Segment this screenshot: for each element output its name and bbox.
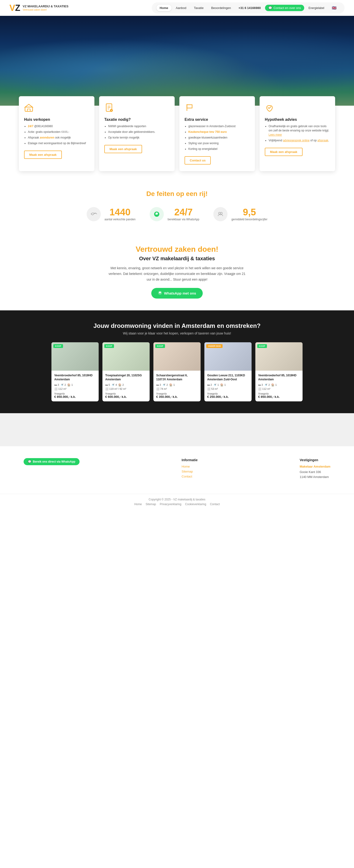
room-icon-1: 🏠 2 [118,383,123,386]
flag-icon [184,103,250,114]
property-img-0: KOOP [51,342,99,371]
nav-taxatie[interactable]: Taxatie [191,5,207,11]
card4-item-1: Vrijblijvend adviesgesprek online of op … [269,138,330,143]
card3-item-0: glazenwasser in Amsterdam-Zuidoost [188,124,250,128]
property-area-4: ⬜ 112 m² [258,388,300,391]
card1-title: Huis verkopen [24,118,89,122]
bed-icon-1: 🛏 5 [105,383,110,386]
footer-vestiging-address: Gooie Kant 336 [300,470,330,475]
property-icons-4: 🛏 3 🚿 2 🏠 1 [258,383,300,386]
property-icons-2: 🛏 3 🚿 2 🏠 1 [156,383,198,386]
property-area-2: ⬜ 74 m² [156,388,198,391]
badge-0: KOOP [54,344,63,348]
card3-title: Extra service [184,118,250,122]
property-title-2: Schaarsbergenstraat 6, 1107JV Amsterdam [156,373,198,381]
bath-icon-1: 🚿 4 [111,383,117,386]
whatsapp-btn-label: WhatsApp met ons [164,291,196,295]
footer-link-sitemap[interactable]: Sitemap [182,470,198,473]
card1-btn[interactable]: Maak een afspraak [24,151,62,159]
footer-bottom-cookie[interactable]: Cookieverklaring [185,502,206,506]
property-title-0: Veembroederhof 85, 1019HD Amsterdam [54,373,96,381]
room-icon-4: 🏠 1 [271,383,277,386]
footer-link-contact[interactable]: Contact [182,475,198,478]
card2-title: Taxatie nodig? [104,118,170,122]
whatsapp-btn-icon [158,291,162,296]
card1-item-1: Actie: gratis opstartkosten €695,- [28,130,89,134]
afspraak-link[interactable]: afspraak [317,139,328,142]
nav-aanbod[interactable]: Aanbod [173,5,190,11]
footer-copyright: Copyright © 2025 - VZ makelaardij & taxa… [24,498,330,501]
card2-list: NWWI gevalideerde rapporten Acceptatie d… [104,124,170,140]
card4-btn[interactable]: Maak een afspraak [265,148,303,156]
footer-whatsapp-btn[interactable]: 💬 Bereik ons direct via WhatsApp [24,458,79,465]
price-label-4: Vraagprijs [258,393,300,395]
room-icon-0: 🏠 1 [67,383,73,386]
over-section: Vertrouwd zaken doen! Over VZ makelaardi… [0,233,354,310]
footer-vestiging-name[interactable]: Makelaar Amsterdam [300,465,330,468]
over-subheading: Over VZ makelaardij & taxaties [47,255,307,262]
bath-icon-0: 🚿 2 [61,383,66,386]
card2-item-2: Op korte termijn mogelijk [108,135,170,140]
property-card-0: KOOP Veembroederhof 85, 1019HD Amsterdam… [51,342,99,401]
badge-4: KOOP [257,344,267,348]
feiten-section: De feiten op een rij! 1440 aantal verkoc… [0,176,354,233]
property-icons-0: 🛏 3 🚿 2 🏠 1 [54,383,96,386]
stat-verkochte-panden: 1440 aantal verkochte panden [86,207,136,221]
property-title-1: Troepiaalsingel 20, 1102SG Amsterdam [105,373,147,381]
footer-informatie-title: Informatie [182,458,198,462]
svg-point-12 [220,212,222,214]
over-text: Met kennis, ervaring, groot netwerk en v… [106,266,248,282]
price-label-1: Vraagprijs [105,393,147,395]
card-extra-service: Extra service glazenwasser in Amsterdam-… [179,96,255,171]
footer-bottom-home[interactable]: Home [134,502,142,506]
adviesgesprek-link[interactable]: adviesgesprek online [283,139,310,142]
droomwoning-subtitle: Wij staan voor je klaar voor het kopen, … [9,332,345,335]
over-headline: Vertrouwd zaken doen! [47,245,307,254]
whatsapp-btn[interactable]: WhatsApp met ons [151,288,203,299]
nav-contact[interactable]: 💬 Contact en over ons [265,5,304,11]
stat-desc-247: bereikbaar via WhatsApp [168,218,199,221]
footer-vestigingen: Vestigingen Makelaar Amsterdam Gooie Kan… [300,458,330,479]
price-label-0: Vraagprijs [54,393,96,395]
card3-item-1: Keukencheque tmv 750 euro [188,130,250,134]
bath-icon-2: 🚿 2 [163,383,168,386]
property-icons-3: 🛏 2 🚿 1 🏠 1 [207,383,249,386]
card-huis-verkopen: Huis verkopen 24/7 @0614166980 Actie: gr… [19,96,95,171]
feiten-title: De feiten op een rij! [9,190,345,197]
property-card-2: KOOP Schaarsbergenstraat 6, 1107JV Amste… [153,342,201,401]
card3-btn[interactable]: Contact us [184,156,211,164]
footer-vestiging-city: 1140 MM Amsterdam [300,475,330,479]
property-cards-container: KOOP Veembroederhof 85, 1019HD Amsterdam… [9,342,345,401]
footer-content: 💬 Bereik ons direct via WhatsApp Informa… [24,458,330,479]
room-icon-2: 🏠 1 [169,383,175,386]
bath-icon-4: 🚿 2 [264,383,270,386]
property-card-4: KOOP Veembroederhof 85, 1019HD Amsterdam… [255,342,303,401]
footer-bottom-privacy[interactable]: Privacyverklaring [160,502,181,506]
footer-link-home[interactable]: Home [182,465,198,468]
footer-bottom-sitemap[interactable]: Sitemap [146,502,156,506]
bath-icon-3: 🚿 1 [213,383,219,386]
stat-number-95: 9,5 [231,207,268,217]
stat-desc-1440: aantal verkochte panden [105,218,136,221]
footer-whatsapp: 💬 Bereik ons direct via WhatsApp [24,458,79,465]
card2-btn[interactable]: Maak een afspraak [104,145,142,153]
nav-home[interactable]: Home [156,5,172,11]
footer-bottom-contact[interactable]: Contact [210,502,220,506]
footer: 💬 Bereik ons direct via WhatsApp Informa… [0,446,354,494]
card4-item-0: Onafhankelijk en gratis gebruik van onze… [269,124,330,137]
house-icon [24,103,89,114]
stat-number-1440: 1440 [105,207,136,217]
footer-informatie: Informatie Home Sitemap Contact [182,458,198,479]
nav-beoordelingen[interactable]: Beoordelingen [208,5,234,11]
badge-1: KOOP [104,344,114,348]
lees-meer-link[interactable]: Lees meer [269,133,282,136]
header: VZ VZ MAKELAARDIJ & TAXATIES Vertrouwd z… [0,0,354,16]
svg-rect-1 [27,109,30,111]
nav-phone[interactable]: +31 6 14166980 [235,5,264,11]
card3-item-4: Korting op energielabel [188,147,250,151]
nav-flag[interactable]: 🇬🇧 [328,4,340,11]
nav-energielabel[interactable]: Energielabel [305,5,327,11]
property-card-3: ONDER BOD Gouden Leeuw 211, 1103KD Amste… [204,342,252,401]
droomwoning-section: Jouw droomwoning vinden in Amsterdam en … [0,310,354,413]
property-title-3: Gouden Leeuw 211, 1103KD Amsterdam Zuid-… [207,373,249,381]
